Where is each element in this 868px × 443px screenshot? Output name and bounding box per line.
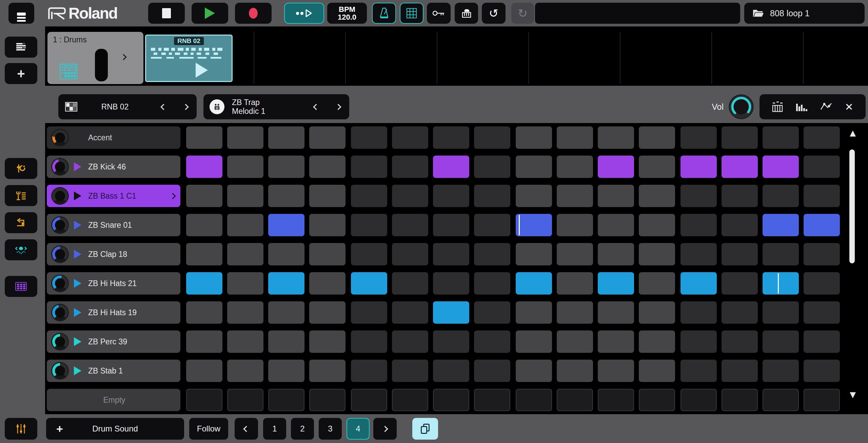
step-15-zb-hi-hats-21[interactable] xyxy=(763,272,799,295)
step-10-zb-snare-01[interactable] xyxy=(557,214,593,236)
step-9-accent[interactable] xyxy=(516,126,552,149)
step-8-zb-clap-18[interactable] xyxy=(474,243,510,265)
volume-knob[interactable] xyxy=(728,94,754,120)
step-14-zb-clap-18[interactable] xyxy=(722,243,758,265)
row-preview-play-button[interactable] xyxy=(74,366,81,375)
step-12-zb-kick-46[interactable] xyxy=(639,156,675,178)
close-editor-button[interactable]: ✕ xyxy=(845,101,853,113)
step-4-empty[interactable] xyxy=(309,389,346,411)
key-lock-button[interactable] xyxy=(427,3,451,24)
follow-button[interactable]: Follow xyxy=(189,418,228,440)
automation-view-button[interactable] xyxy=(820,102,832,112)
step-2-zb-hi-hats-21[interactable] xyxy=(227,272,263,295)
step-10-zb-clap-18[interactable] xyxy=(557,243,593,265)
step-2-zb-perc-39[interactable] xyxy=(227,330,263,353)
step-12-zb-hi-hats-21[interactable] xyxy=(639,272,675,295)
step-2-empty[interactable] xyxy=(227,389,263,411)
row-preview-play-button[interactable] xyxy=(74,250,81,259)
step-1-zb-clap-18[interactable] xyxy=(186,243,222,265)
page-button-1[interactable]: 1 xyxy=(263,418,286,440)
step-7-accent[interactable] xyxy=(433,126,469,149)
step-16-accent[interactable] xyxy=(804,126,840,149)
step-6-empty[interactable] xyxy=(392,389,428,411)
row-label-zb-kick-46[interactable]: ZB Kick 46 xyxy=(47,156,180,178)
step-4-zb-perc-39[interactable] xyxy=(309,330,346,353)
step-3-zb-hi-hats-19[interactable] xyxy=(268,301,304,324)
step-4-zb-kick-46[interactable] xyxy=(309,156,346,178)
track-expand-chevron[interactable] xyxy=(120,54,126,60)
step-11-zb-kick-46[interactable] xyxy=(598,156,634,178)
row-preview-play-button[interactable] xyxy=(74,337,81,346)
pad-grid-view-button[interactable] xyxy=(5,276,37,297)
step-1-zb-hi-hats-21[interactable] xyxy=(186,272,222,295)
row-label-zb-perc-39[interactable]: ZB Perc 39 xyxy=(47,330,180,353)
step-13-zb-snare-01[interactable] xyxy=(680,214,717,236)
step-10-accent[interactable] xyxy=(557,126,593,149)
step-7-zb-clap-18[interactable] xyxy=(433,243,469,265)
step-9-zb-clap-18[interactable] xyxy=(516,243,552,265)
step-10-zb-perc-39[interactable] xyxy=(557,330,593,353)
step-10-empty[interactable] xyxy=(557,389,593,411)
undo-button[interactable]: ↺ xyxy=(482,3,506,24)
arrangement-view-button[interactable] xyxy=(5,37,37,58)
kit-selector[interactable]: ZB Trap Melodic 1 xyxy=(203,94,349,119)
page-button-2[interactable]: 2 xyxy=(291,418,314,440)
step-3-zb-stab-1[interactable] xyxy=(268,360,304,382)
page-button-4[interactable]: 4 xyxy=(347,418,370,440)
bpm-button[interactable]: BPM 120.0 xyxy=(327,3,367,24)
step-1-empty[interactable] xyxy=(186,389,222,411)
track-header[interactable]: 1 : Drums xyxy=(47,32,143,84)
scrollbar-thumb[interactable] xyxy=(849,149,855,263)
step-6-zb-kick-46[interactable] xyxy=(392,156,428,178)
keyboard-play-button[interactable] xyxy=(455,3,478,24)
row-preview-play-button[interactable] xyxy=(74,308,81,317)
step-8-zb-perc-39[interactable] xyxy=(474,330,510,353)
step-3-zb-kick-46[interactable] xyxy=(268,156,304,178)
step-16-zb-hi-hats-19[interactable] xyxy=(804,301,840,324)
step-13-zb-kick-46[interactable] xyxy=(680,156,717,178)
page-prev-button[interactable] xyxy=(235,418,258,440)
row-volume-knob[interactable] xyxy=(52,363,68,379)
step-7-zb-perc-39[interactable] xyxy=(433,330,469,353)
row-volume-knob[interactable] xyxy=(52,276,68,291)
step-13-zb-clap-18[interactable] xyxy=(680,243,717,265)
project-file-button[interactable]: 808 loop 1 xyxy=(744,3,865,24)
step-3-zb-hi-hats-21[interactable] xyxy=(268,272,304,295)
step-6-zb-hi-hats-21[interactable] xyxy=(392,272,428,295)
pattern-prev-button[interactable] xyxy=(160,104,166,110)
row-preview-play-button[interactable] xyxy=(74,221,81,229)
step-9-zb-kick-46[interactable] xyxy=(516,156,552,178)
step-13-zb-stab-1[interactable] xyxy=(680,360,717,382)
step-2-zb-hi-hats-19[interactable] xyxy=(227,301,263,324)
step-13-zb-hi-hats-21[interactable] xyxy=(680,272,717,295)
row-volume-knob[interactable] xyxy=(52,246,68,262)
step-11-zb-perc-39[interactable] xyxy=(598,330,634,353)
step-2-zb-stab-1[interactable] xyxy=(227,360,263,382)
step-16-zb-kick-46[interactable] xyxy=(804,156,840,178)
step-12-zb-bass-1-c1[interactable] xyxy=(639,185,675,207)
step-6-zb-hi-hats-19[interactable] xyxy=(392,301,428,324)
step-3-accent[interactable] xyxy=(268,126,304,149)
step-15-zb-kick-46[interactable] xyxy=(763,156,799,178)
step-2-zb-kick-46[interactable] xyxy=(227,156,263,178)
step-9-zb-stab-1[interactable] xyxy=(516,360,552,382)
step-14-zb-snare-01[interactable] xyxy=(722,214,758,236)
step-8-zb-hi-hats-21[interactable] xyxy=(474,272,510,295)
menu-button[interactable] xyxy=(8,3,34,24)
step-14-zb-kick-46[interactable] xyxy=(722,156,758,178)
step-6-zb-perc-39[interactable] xyxy=(392,330,428,353)
row-label-empty[interactable]: Empty xyxy=(47,389,180,411)
row-preview-play-button[interactable] xyxy=(74,192,81,200)
step-6-zb-stab-1[interactable] xyxy=(392,360,428,382)
step-5-zb-stab-1[interactable] xyxy=(351,360,387,382)
step-4-zb-snare-01[interactable] xyxy=(309,214,346,236)
step-3-empty[interactable] xyxy=(268,389,304,411)
row-expand-chevron[interactable] xyxy=(170,193,176,199)
pattern-next-button[interactable] xyxy=(182,104,189,110)
step-12-zb-perc-39[interactable] xyxy=(639,330,675,353)
step-12-zb-hi-hats-19[interactable] xyxy=(639,301,675,324)
sound-tweak-button[interactable] xyxy=(5,158,37,179)
page-button-3[interactable]: 3 xyxy=(319,418,342,440)
step-15-zb-stab-1[interactable] xyxy=(763,360,799,382)
step-5-zb-kick-46[interactable] xyxy=(351,156,387,178)
